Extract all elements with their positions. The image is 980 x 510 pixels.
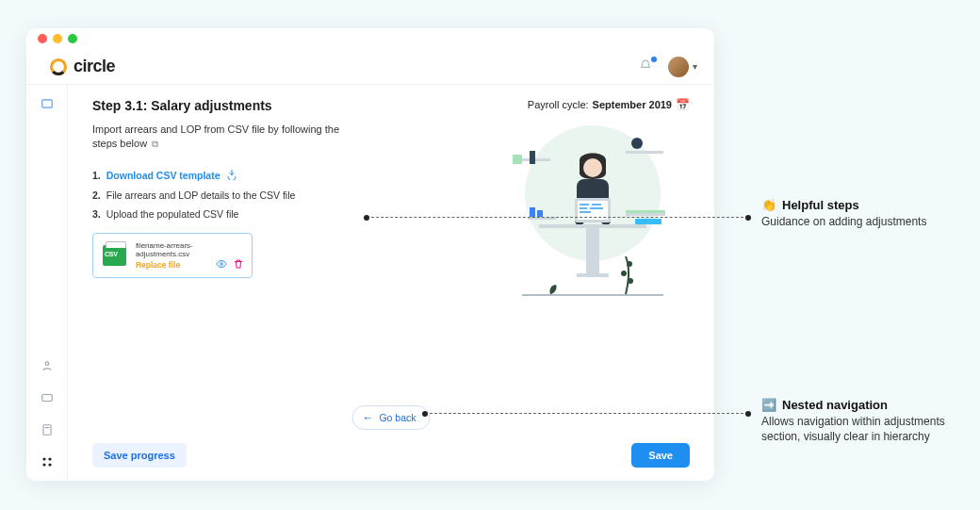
svg-rect-36 xyxy=(539,224,646,228)
window-titlebar xyxy=(26,28,714,49)
annotation-title: Nested navigation xyxy=(782,398,888,412)
annotation-desc: Guidance on adding adjustments xyxy=(761,214,969,229)
annotation-desc: Allows navigation within adjustments sec… xyxy=(761,414,969,444)
step-text: File arrears and LOP details to the CSV … xyxy=(106,189,296,201)
svg-rect-16 xyxy=(626,151,663,154)
arrow-left-icon: ← xyxy=(362,411,373,424)
svg-rect-34 xyxy=(590,207,603,209)
svg-rect-23 xyxy=(635,219,662,224)
svg-rect-39 xyxy=(522,294,663,296)
sidebar-item-people[interactable] xyxy=(40,358,55,373)
payroll-cycle: Payroll cycle: September 2019 📅 xyxy=(528,98,690,111)
step-number: 2. xyxy=(92,189,101,201)
avatar xyxy=(668,57,689,77)
notifications-button[interactable] xyxy=(638,58,655,75)
subtext-text: Import arrears and LOP from CSV file by … xyxy=(92,123,339,149)
annotation-connector-1 xyxy=(367,217,748,218)
brand-logo-icon xyxy=(49,58,68,76)
annotation-nested-navigation: ➡️ Nested navigation Allows navigation w… xyxy=(761,398,969,444)
delete-file-icon[interactable] xyxy=(233,258,244,271)
chevron-down-icon: ▾ xyxy=(693,61,697,72)
sidebar-item-inbox[interactable] xyxy=(40,390,55,405)
svg-point-25 xyxy=(583,158,602,177)
annotation-title: Helpful steps xyxy=(782,198,859,212)
step-number: 3. xyxy=(92,208,101,220)
calendar-icon[interactable]: 📅 xyxy=(676,98,690,111)
file-name: filename-arrears-adjustments.csv xyxy=(136,241,242,258)
svg-point-9 xyxy=(42,463,45,466)
svg-point-41 xyxy=(621,271,627,276)
step-text: Upload the populated CSV file xyxy=(106,208,239,220)
svg-point-17 xyxy=(631,138,643,149)
notification-dot-icon xyxy=(651,57,657,62)
main-content: Step 3.1: Salary adjustments Payroll cyc… xyxy=(68,85,714,481)
svg-rect-20 xyxy=(537,210,543,217)
sidebar-item-dashboard[interactable] xyxy=(40,96,55,111)
step-number: 1. xyxy=(92,170,101,181)
svg-rect-31 xyxy=(580,204,589,206)
svg-rect-4 xyxy=(41,395,52,402)
topbar: circle ▾ xyxy=(26,49,714,85)
svg-rect-21 xyxy=(626,213,665,216)
user-menu[interactable]: ▾ xyxy=(668,57,697,77)
svg-point-7 xyxy=(42,457,45,460)
svg-rect-33 xyxy=(580,207,587,209)
brand-name: circle xyxy=(74,57,115,76)
svg-rect-37 xyxy=(586,228,599,275)
save-button[interactable]: Save xyxy=(631,443,690,468)
svg-point-11 xyxy=(220,263,223,266)
sidebar-item-apps[interactable] xyxy=(40,454,55,469)
go-back-button[interactable]: ← Go back xyxy=(351,405,430,430)
svg-rect-2 xyxy=(41,100,52,107)
close-window-icon[interactable] xyxy=(38,34,47,43)
payroll-cycle-value: September 2019 xyxy=(593,99,672,110)
clap-emoji-icon: 👏 xyxy=(761,198,776,212)
annotation-connector-2 xyxy=(425,413,748,414)
svg-point-10 xyxy=(48,463,51,466)
page-title: Step 3.1: Salary adjustments xyxy=(92,98,272,113)
brand: circle xyxy=(49,57,115,76)
svg-point-40 xyxy=(627,261,632,267)
arrow-emoji-icon: ➡️ xyxy=(761,398,776,412)
svg-rect-5 xyxy=(42,425,50,436)
footer: Save progress Save xyxy=(92,434,690,468)
download-icon[interactable] xyxy=(226,169,237,182)
svg-point-42 xyxy=(628,278,633,284)
csv-file-icon xyxy=(103,245,126,266)
save-progress-button[interactable]: Save progress xyxy=(92,443,187,468)
minimize-window-icon[interactable] xyxy=(53,34,62,43)
svg-rect-22 xyxy=(626,210,665,213)
svg-point-3 xyxy=(45,362,49,366)
svg-rect-14 xyxy=(513,155,522,164)
svg-point-8 xyxy=(48,457,51,460)
external-link-icon[interactable]: ⧉ xyxy=(152,139,158,149)
svg-rect-32 xyxy=(592,204,601,206)
preview-file-icon[interactable] xyxy=(216,258,227,271)
go-back-label: Go back xyxy=(379,412,416,423)
sidebar xyxy=(26,85,68,481)
svg-rect-15 xyxy=(530,151,535,164)
payroll-cycle-label: Payroll cycle: xyxy=(528,99,589,110)
page-subtext: Import arrears and LOP from CSV file by … xyxy=(92,123,356,152)
download-template-link[interactable]: Download CSV template xyxy=(106,170,220,181)
svg-rect-38 xyxy=(577,273,609,277)
svg-rect-35 xyxy=(580,211,591,213)
maximize-window-icon[interactable] xyxy=(68,34,77,43)
topbar-actions: ▾ xyxy=(638,57,697,77)
svg-rect-19 xyxy=(530,207,535,217)
sidebar-item-docs[interactable] xyxy=(40,422,55,437)
uploaded-file-card: filename-arrears-adjustments.csv Replace… xyxy=(92,233,253,278)
annotation-helpful-steps: 👏 Helpful steps Guidance on adding adjus… xyxy=(761,198,969,229)
